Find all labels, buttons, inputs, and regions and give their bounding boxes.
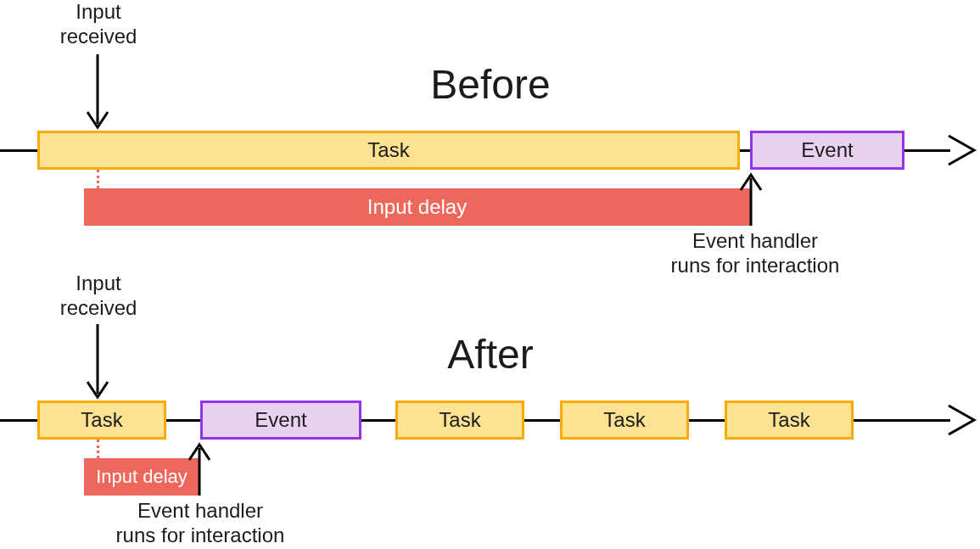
before-event: Event — [750, 131, 904, 170]
after-event: Event — [200, 401, 361, 440]
title-after: After — [363, 331, 618, 378]
timeline-arrow-after — [949, 406, 979, 434]
after-input-received-arrow — [85, 324, 110, 401]
after-handler-arrow — [187, 443, 212, 496]
before-handler-arrow — [738, 173, 764, 226]
before-input-received-label: Input received — [48, 0, 149, 49]
after-input-delay: Input delay — [84, 458, 199, 496]
title-before: Before — [363, 61, 618, 108]
after-task-2: Task — [395, 401, 524, 440]
after-task-3: Task — [560, 401, 689, 440]
before-input-delay: Input delay — [84, 188, 750, 226]
after-input-received-label: Input received — [48, 272, 149, 321]
diagram-canvas: Before Task Event Input received Input d… — [0, 0, 980, 549]
before-task: Task — [37, 131, 740, 170]
before-input-received-arrow — [85, 54, 110, 131]
after-task-4: Task — [725, 401, 854, 440]
after-task-1: Task — [37, 401, 166, 440]
after-handler-label: Event handler runs for interaction — [98, 499, 302, 548]
before-handler-label: Event handler runs for interaction — [653, 229, 857, 278]
before-dotted — [97, 170, 99, 188]
after-dotted — [97, 440, 99, 458]
timeline-arrow-before — [949, 136, 979, 165]
